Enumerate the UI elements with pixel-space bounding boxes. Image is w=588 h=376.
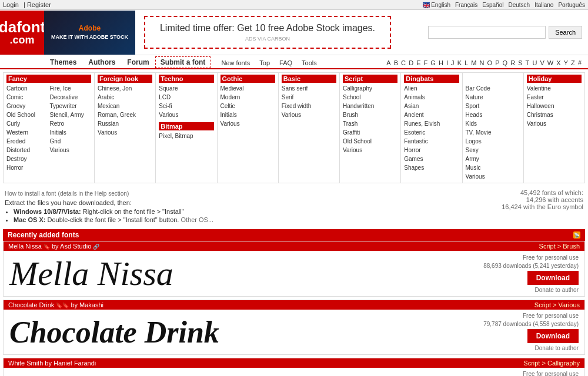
cat-initials-gothic[interactable]: Initials <box>220 112 237 118</box>
alpha-j[interactable]: J <box>451 59 455 66</box>
lang-pt-link[interactable]: Português <box>558 2 585 8</box>
cat-sansserif[interactable]: Sans serif <box>282 85 308 92</box>
cat-horror-ding[interactable]: Horror <box>404 147 420 153</box>
cat-modern[interactable]: Modern <box>220 94 240 100</box>
cat-tvmovie[interactable]: TV, Movie <box>466 129 492 136</box>
cat-calligraphy[interactable]: Calligraphy <box>343 85 372 92</box>
alpha-k[interactable]: K <box>457 59 462 66</box>
login-link[interactable]: Login <box>3 1 19 8</box>
cat-alien[interactable]: Alien <box>404 85 417 92</box>
ad-banner[interactable]: Limited time offer: Get 10 free Adobe St… <box>144 16 391 49</box>
alpha-r[interactable]: R <box>510 59 515 66</box>
cat-valentine[interactable]: Valentine <box>527 85 551 92</box>
cat-horror[interactable]: Horror <box>6 164 23 171</box>
cat-stencil[interactable]: Stencil, Army <box>50 112 84 118</box>
cat-pixel[interactable]: Pixel, Bitmap <box>159 133 193 139</box>
cat-sport[interactable]: Sport <box>466 103 480 109</box>
cat-ancient[interactable]: Ancient <box>404 112 423 118</box>
cat-sexy[interactable]: Sexy <box>466 147 479 153</box>
lang-fr-link[interactable]: Français <box>455 2 477 8</box>
cat-russian[interactable]: Russian <box>98 120 119 127</box>
other-os-link[interactable]: Other OS... <box>181 216 213 223</box>
cat-fantastic[interactable]: Fantastic <box>404 138 428 145</box>
alpha-m[interactable]: M <box>471 59 476 66</box>
cat-various-script[interactable]: Various <box>343 147 362 153</box>
lang-es-link[interactable]: Español <box>482 2 503 8</box>
lang-de[interactable]: Deutsch <box>508 2 530 8</box>
lang-fr[interactable]: Français <box>455 2 477 8</box>
cat-comic[interactable]: Comic <box>6 94 23 100</box>
logo[interactable]: dafont .com <box>0 11 44 55</box>
alpha-hash[interactable]: # <box>578 59 582 66</box>
lang-it[interactable]: Italiano <box>534 2 553 8</box>
alpha-s[interactable]: S <box>518 59 522 66</box>
cat-chinese[interactable]: Chinese, Jon <box>98 85 132 92</box>
nav-forum[interactable]: Forum <box>121 56 155 68</box>
adobe-ad[interactable]: AdobeMAKE IT WITH ADOBE STOCK <box>44 11 135 55</box>
cat-esoteric[interactable]: Esoteric <box>404 129 425 136</box>
cat-fixedwidth[interactable]: Fixed width <box>282 103 312 109</box>
lang-it-link[interactable]: Italiano <box>534 2 553 8</box>
cat-fire-ice[interactable]: Fire, Ice <box>50 85 71 92</box>
cat-medieval[interactable]: Medieval <box>220 85 244 92</box>
cat-animals[interactable]: Animals <box>404 94 425 100</box>
alpha-p[interactable]: P <box>495 59 499 66</box>
cat-eroded[interactable]: Eroded <box>6 138 25 145</box>
cat-cartoon[interactable]: Cartoon <box>6 85 28 92</box>
cat-brush[interactable]: Brush <box>343 112 358 118</box>
cat-school[interactable]: School <box>343 94 361 100</box>
cat-curly[interactable]: Curly <box>6 120 20 127</box>
cat-arabic[interactable]: Arabic <box>98 94 114 100</box>
cat-scifi[interactable]: Sci-fi <box>159 103 172 109</box>
cat-various-techno[interactable]: Various <box>159 112 178 118</box>
cat-typewriter[interactable]: Typewriter <box>50 103 77 109</box>
cat-retro[interactable]: Retro <box>50 120 64 127</box>
cat-grid[interactable]: Grid <box>50 138 61 145</box>
cat-asian[interactable]: Asian <box>404 103 419 109</box>
alpha-e[interactable]: E <box>416 59 420 66</box>
font-author-1[interactable]: Asd Studio <box>60 243 91 250</box>
search-input[interactable] <box>428 26 546 39</box>
font-name-2[interactable]: Chocolate Drink <box>8 301 54 308</box>
font-author-3[interactable]: Hanief Farandi <box>54 360 96 367</box>
nav-tools[interactable]: Tools <box>297 58 322 68</box>
font-author-2[interactable]: Makashi <box>79 301 103 308</box>
download-btn-2[interactable]: Download <box>527 329 579 343</box>
alpha-b[interactable]: B <box>394 59 398 66</box>
alpha-c[interactable]: C <box>401 59 406 66</box>
alpha-g[interactable]: G <box>430 59 436 66</box>
cat-nature[interactable]: Nature <box>466 94 483 100</box>
cat-oldschool-script[interactable]: Old School <box>343 138 372 145</box>
alpha-z[interactable]: Z <box>571 59 575 66</box>
font-name-3[interactable]: White Smith <box>8 360 43 367</box>
cat-groovy[interactable]: Groovy <box>6 103 25 109</box>
alpha-y[interactable]: Y <box>564 59 568 66</box>
cat-various-holiday[interactable]: Various <box>527 120 546 127</box>
cat-barcode[interactable]: Bar Code <box>466 85 490 92</box>
lang-en[interactable]: 🇬🇧 English <box>423 2 450 8</box>
cat-graffiti[interactable]: Graffiti <box>343 129 360 136</box>
register-link[interactable]: Register <box>27 1 51 8</box>
search-button[interactable]: Search <box>549 26 582 39</box>
alpha-n[interactable]: N <box>480 59 485 66</box>
cat-christmas[interactable]: Christmas <box>527 112 553 118</box>
alpha-t[interactable]: T <box>526 59 530 66</box>
nav-authors[interactable]: Authors <box>82 56 121 68</box>
alpha-i[interactable]: I <box>446 59 448 66</box>
rss-icon[interactable]: 📡 <box>573 231 580 239</box>
alpha-w[interactable]: W <box>547 59 553 66</box>
cat-destroy[interactable]: Destroy <box>6 156 26 162</box>
cat-runes[interactable]: Runes, Elvish <box>404 120 440 127</box>
cat-various-gothic[interactable]: Various <box>220 120 240 127</box>
alpha-h[interactable]: H <box>439 59 443 66</box>
cat-lcd[interactable]: LCD <box>159 94 171 100</box>
cat-various-fancy[interactable]: Various <box>50 147 69 153</box>
lang-pt[interactable]: Português <box>558 2 585 8</box>
lang-en-link[interactable]: English <box>431 2 450 8</box>
font-name-1[interactable]: Mella Nissa <box>8 243 42 250</box>
alpha-x[interactable]: X <box>556 59 560 66</box>
cat-handwritten[interactable]: Handwritten <box>343 103 374 109</box>
cat-square[interactable]: Square <box>159 85 178 92</box>
cat-mexican[interactable]: Mexican <box>98 103 119 109</box>
cat-games[interactable]: Games <box>404 156 423 162</box>
